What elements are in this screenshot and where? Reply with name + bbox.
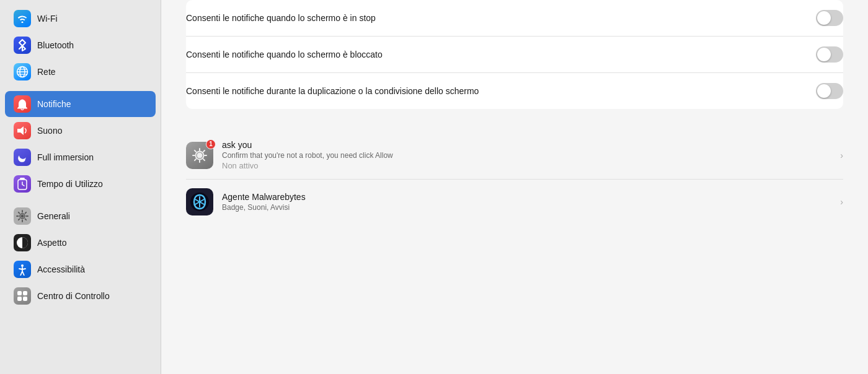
toggle-screen_stop[interactable] <box>816 10 843 26</box>
svg-rect-14 <box>17 297 22 301</box>
wifi-icon <box>14 10 31 27</box>
app-desc-malwarebytes: Badge, Suoni, Avvisi <box>222 203 831 212</box>
sidebar-item-wifi[interactable]: Wi-Fi <box>5 6 156 32</box>
sidebar-label-generali: Generali <box>37 211 70 221</box>
app-icon-wrapper-malwarebytes <box>186 188 213 215</box>
sidebar-label-aspetto: Aspetto <box>37 238 66 248</box>
toggle-row-screen_stop: Consenti le notifiche quando lo schermo … <box>186 0 843 37</box>
toggle-track-screen_stop <box>816 10 843 26</box>
chevron-icon-malwarebytes: › <box>840 197 843 207</box>
toggle-screen_share[interactable] <box>816 83 843 99</box>
sidebar-item-fullimmersion[interactable]: Full immersion <box>5 144 156 170</box>
generali-icon <box>14 207 31 225</box>
app-name-ask_you: ask you <box>222 140 831 150</box>
svg-point-8 <box>21 215 24 218</box>
suono-icon <box>14 122 31 139</box>
sidebar: Wi-FiBluetoothReteNotificheSuonoFull imm… <box>0 0 161 374</box>
sidebar-label-fullimmersion: Full immersion <box>37 152 94 162</box>
svg-rect-13 <box>23 291 27 295</box>
app-info-ask_you: ask youConfirm that you're not a robot, … <box>222 140 831 170</box>
app-name-malwarebytes: Agente Malwarebytes <box>222 192 831 202</box>
app-row-ask_you[interactable]: 1 ask youConfirm that you're not a robot… <box>186 131 843 180</box>
toggle-row-screen_locked: Consenti le notifiche quando lo schermo … <box>186 37 843 73</box>
app-icon-wrapper-ask_you: 1 <box>186 142 213 169</box>
svg-point-11 <box>21 264 24 267</box>
toggle-thumb-screen_stop <box>817 11 831 25</box>
toggle-rows-container: Consenti le notifiche quando lo schermo … <box>186 0 843 109</box>
svg-rect-15 <box>23 297 27 301</box>
sidebar-item-aspetto[interactable]: Aspetto <box>5 230 156 256</box>
svg-point-16 <box>197 152 203 158</box>
aspetto-icon <box>14 234 31 251</box>
chevron-icon-ask_you: › <box>840 150 843 160</box>
sidebar-label-centro: Centro di Controllo <box>37 291 110 301</box>
sidebar-item-rete[interactable]: Rete <box>5 59 156 85</box>
toggle-label-screen_share: Consenti le notifiche durante la duplica… <box>186 86 479 96</box>
toggle-thumb-screen_locked <box>817 48 831 61</box>
sidebar-item-suono[interactable]: Suono <box>5 118 156 144</box>
bluetooth-icon <box>14 37 31 54</box>
toggle-track-screen_locked <box>816 46 843 63</box>
app-badge-ask_you: 1 <box>206 139 216 149</box>
sidebar-label-rete: Rete <box>37 67 56 77</box>
app-info-malwarebytes: Agente MalwarebytesBadge, Suoni, Avvisi <box>222 192 831 212</box>
svg-marker-5 <box>17 126 24 135</box>
tempouti-icon <box>14 175 31 193</box>
sidebar-item-accessibilita[interactable]: Accessibilità <box>5 256 156 282</box>
sidebar-label-notifiche: Notifiche <box>37 99 71 109</box>
centro-icon <box>14 287 31 305</box>
app-desc-ask_you: Confirm that you're not a robot, you nee… <box>222 151 831 160</box>
sidebar-label-bluetooth: Bluetooth <box>37 40 74 50</box>
svg-rect-12 <box>17 291 22 295</box>
notifiche-icon <box>14 95 31 113</box>
sidebar-item-tempouti[interactable]: Tempo di Utilizzo <box>5 171 156 197</box>
toggle-row-screen_share: Consenti le notifiche durante la duplica… <box>186 73 843 109</box>
sidebar-label-wifi: Wi-Fi <box>37 14 58 24</box>
app-icon-malwarebytes <box>186 188 213 215</box>
sidebar-item-notifiche[interactable]: Notifiche <box>5 91 156 117</box>
toggle-label-screen_stop: Consenti le notifiche quando lo schermo … <box>186 13 376 23</box>
sidebar-label-tempouti: Tempo di Utilizzo <box>37 179 103 189</box>
fullimmersion-icon <box>14 149 31 166</box>
sidebar-label-accessibilita: Accessibilità <box>37 264 85 274</box>
app-notifications-heading <box>161 109 868 131</box>
app-list: 1 ask youConfirm that you're not a robot… <box>161 131 868 224</box>
sidebar-item-generali[interactable]: Generali <box>5 203 156 229</box>
app-row-malwarebytes[interactable]: Agente MalwarebytesBadge, Suoni, Avvisi› <box>186 180 843 224</box>
sidebar-item-bluetooth[interactable]: Bluetooth <box>5 32 156 58</box>
accessibilita-icon <box>14 261 31 278</box>
sidebar-item-centro[interactable]: Centro di Controllo <box>5 283 156 309</box>
main-content: Consenti le notifiche quando lo schermo … <box>161 0 868 374</box>
rete-icon <box>14 63 31 80</box>
sidebar-label-suono: Suono <box>37 126 62 136</box>
toggle-thumb-screen_share <box>817 84 831 98</box>
app-inactive-ask_you: Non attivo <box>222 161 831 170</box>
toggle-track-screen_share <box>816 83 843 99</box>
toggle-screen_locked[interactable] <box>816 46 843 63</box>
toggle-label-screen_locked: Consenti le notifiche quando lo schermo … <box>186 50 383 59</box>
